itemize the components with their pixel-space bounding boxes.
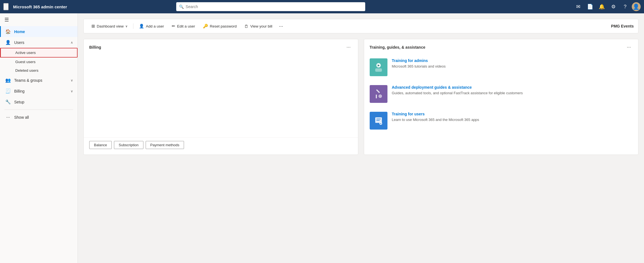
training-advanced-desc: Guides, automated tools, and optional Fa… [392, 91, 633, 96]
edit-user-icon: ✏ [172, 24, 175, 29]
sidebar-sub-item-active-users[interactable]: Active users [0, 48, 78, 58]
messages-icon-button[interactable]: ✉ [573, 2, 583, 12]
training-item-advanced[interactable]: Advanced deployment guides & assistance … [364, 81, 638, 107]
training-admins-desc: Microsoft 365 tutorials and videos [392, 64, 633, 69]
training-card-header: Training, guides, & assistance ··· [364, 39, 638, 54]
edit-user-button[interactable]: ✏ Edit a user [168, 22, 198, 30]
add-user-button[interactable]: 👤 Add a user [136, 22, 167, 30]
training-admins-title: Training for admins [392, 58, 633, 63]
view-bill-button[interactable]: 🗒 View your bill [241, 22, 275, 30]
sidebar-toggle-button[interactable]: ☰ [0, 13, 78, 26]
training-card-title: Training, guides, & assistance [370, 45, 426, 49]
user-avatar-button[interactable]: 👤 [632, 2, 641, 11]
docs-icon-button[interactable]: 📄 [585, 2, 595, 12]
sidebar: ☰ 🏠 Home 👤 Users ∧ Active users Guest us… [0, 13, 78, 263]
waffle-menu-button[interactable]: ⊞ [3, 3, 9, 10]
edit-user-label: Edit a user [177, 24, 195, 28]
training-items-list: Training for admins Microsoft 365 tutori… [364, 54, 638, 134]
sidebar-sub-item-deleted-users[interactable]: Deleted users [0, 66, 78, 75]
help-icon-button[interactable]: ? [620, 2, 630, 12]
billing-card-footer: Balance Subscription Payment methods [84, 137, 358, 155]
billing-icon: 🧾 [5, 88, 11, 94]
svg-rect-9 [376, 120, 380, 121]
sidebar-item-users[interactable]: 👤 Users ∧ [0, 37, 78, 48]
users-icon: 👤 [5, 40, 11, 45]
search-input[interactable] [176, 2, 365, 11]
dashboard-view-label: Dashboard view [97, 24, 124, 28]
top-nav-actions: ✉ 📄 🔔 ⚙ ? 👤 [573, 2, 641, 12]
view-bill-icon: 🗒 [244, 24, 248, 29]
main-layout: ☰ 🏠 Home 👤 Users ∧ Active users Guest us… [0, 13, 644, 263]
svg-point-6 [380, 96, 381, 97]
search-icon: 🔍 [179, 4, 184, 9]
sidebar-item-teams-groups-label: Teams & groups [14, 78, 67, 83]
sidebar-divider [4, 110, 73, 110]
toolbar: ⊞ Dashboard view ∨ 👤 Add a user ✏ Edit a… [83, 19, 638, 33]
svg-rect-3 [376, 95, 377, 98]
training-admins-svg [373, 62, 384, 73]
teams-groups-chevron-icon: ∨ [71, 78, 73, 82]
main-content: ⊞ Dashboard view ∨ 👤 Add a user ✏ Edit a… [78, 13, 644, 263]
dashboard-view-icon: ⊞ [91, 24, 95, 29]
sidebar-item-show-all[interactable]: ··· Show all [0, 112, 78, 123]
search-container: 🔍 [176, 2, 365, 11]
teams-groups-icon: 👥 [5, 78, 11, 83]
training-card-more-button[interactable]: ··· [625, 44, 633, 51]
training-item-admins[interactable]: Training for admins Microsoft 365 tutori… [364, 54, 638, 81]
sidebar-item-billing[interactable]: 🧾 Billing ∨ [0, 86, 78, 96]
home-icon: 🏠 [5, 29, 11, 34]
sidebar-item-home[interactable]: 🏠 Home [0, 26, 78, 37]
deleted-users-label: Deleted users [15, 68, 38, 73]
add-user-icon: 👤 [139, 24, 144, 29]
training-card: Training, guides, & assistance ··· [364, 39, 639, 155]
add-user-label: Add a user [146, 24, 164, 28]
dashboard-view-button[interactable]: ⊞ Dashboard view ∨ [88, 22, 131, 30]
training-users-svg [373, 115, 384, 126]
dashboard-view-chevron-icon: ∨ [125, 24, 128, 28]
toolbar-more-button[interactable]: ··· [277, 22, 285, 30]
billing-card-body [84, 54, 358, 137]
training-advanced-svg [373, 88, 384, 100]
subscription-button[interactable]: Subscription [114, 141, 143, 149]
training-users-title: Training for users [392, 112, 633, 116]
sidebar-sub-item-guest-users[interactable]: Guest users [0, 58, 78, 66]
view-bill-label: View your bill [250, 24, 272, 28]
sidebar-item-users-label: Users [14, 40, 67, 45]
reset-password-icon: 🔑 [203, 24, 208, 29]
training-advanced-title: Advanced deployment guides & assistance [392, 85, 633, 90]
balance-button[interactable]: Balance [89, 141, 112, 149]
billing-card-more-button[interactable]: ··· [345, 44, 352, 51]
active-users-label: Active users [15, 51, 36, 55]
users-chevron-icon: ∧ [71, 41, 73, 44]
toolbar-separator-1 [133, 23, 133, 29]
training-advanced-text: Advanced deployment guides & assistance … [392, 85, 633, 96]
billing-card-header: Billing ··· [84, 39, 358, 54]
toolbar-org-title: PMG Events [611, 24, 634, 28]
notifications-icon-button[interactable]: 🔔 [597, 2, 607, 12]
settings-icon-button[interactable]: ⚙ [608, 2, 618, 12]
training-card-more-icon: ··· [627, 44, 631, 50]
sidebar-item-home-label: Home [14, 29, 73, 34]
training-advanced-icon [370, 85, 387, 103]
training-admins-text: Training for admins Microsoft 365 tutori… [392, 58, 633, 69]
svg-rect-4 [376, 89, 380, 93]
payment-methods-button[interactable]: Payment methods [146, 141, 184, 149]
billing-chevron-icon: ∨ [71, 89, 73, 93]
training-item-users[interactable]: Training for users Learn to use Microsof… [364, 107, 638, 134]
sidebar-item-setup[interactable]: 🔧 Setup [0, 96, 78, 107]
sidebar-item-setup-label: Setup [14, 100, 73, 104]
training-users-desc: Learn to use Microsoft 365 and the Micro… [392, 117, 633, 122]
training-admins-icon [370, 58, 387, 76]
show-all-icon: ··· [5, 115, 11, 120]
sidebar-item-teams-groups[interactable]: 👥 Teams & groups ∨ [0, 75, 78, 86]
svg-rect-1 [375, 68, 382, 72]
show-all-label: Show all [14, 115, 73, 120]
top-nav: ⊞ Microsoft 365 admin center 🔍 ✉ 📄 🔔 ⚙ ?… [0, 0, 644, 13]
training-users-text: Training for users Learn to use Microsof… [392, 112, 633, 122]
setup-icon: 🔧 [5, 99, 11, 105]
reset-password-label: Reset password [210, 24, 237, 28]
billing-card-more-icon: ··· [346, 44, 350, 50]
sidebar-item-billing-label: Billing [14, 89, 67, 93]
svg-rect-8 [376, 119, 381, 119]
reset-password-button[interactable]: 🔑 Reset password [200, 22, 240, 30]
